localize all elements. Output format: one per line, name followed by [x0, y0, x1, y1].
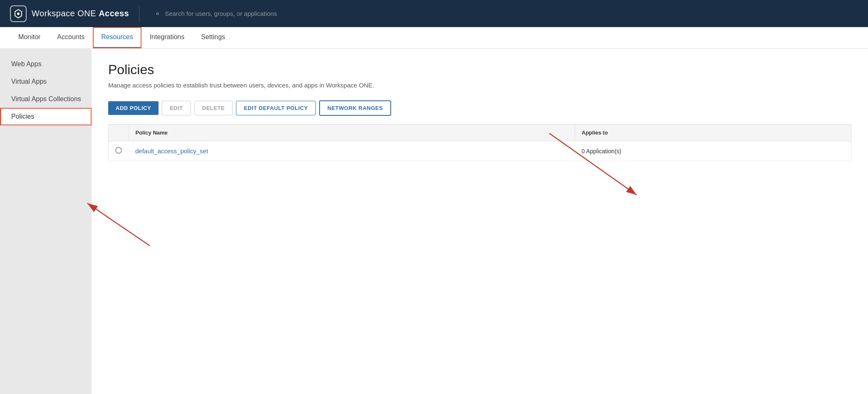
top-header: Workspace ONE Access ⚬ Search for users,…: [0, 0, 868, 27]
svg-point-1: [17, 12, 20, 15]
edit-button: EDIT: [162, 101, 191, 115]
nav-item-accounts[interactable]: Accounts: [49, 27, 93, 48]
nav-item-integrations[interactable]: Integrations: [141, 27, 193, 48]
edit-default-policy-button[interactable]: EDIT DEFAULT POLICY: [236, 101, 316, 115]
table-row: default_access_policy_set 0 Application(…: [109, 141, 851, 161]
content-area: Policies Manage access policies to estab…: [92, 49, 868, 394]
main-layout: Web Apps Virtual Apps Virtual Apps Colle…: [0, 49, 868, 394]
toolbar: ADD POLICY EDIT DELETE EDIT DEFAULT POLI…: [108, 100, 851, 116]
brand-icon: [10, 5, 27, 22]
policy-link[interactable]: default_access_policy_set: [135, 147, 208, 155]
page-title: Policies: [108, 62, 851, 77]
table-header-checkbox: [109, 125, 129, 141]
table-header-applies-to: Applies to: [575, 125, 851, 141]
nav-item-monitor[interactable]: Monitor: [10, 27, 49, 48]
radio-button[interactable]: [115, 147, 122, 154]
table-header-policy-name: Policy Name: [129, 125, 575, 141]
search-icon: ⚬: [154, 9, 161, 18]
brand-title: Workspace ONE Access: [32, 9, 129, 18]
page-description: Manage access policies to establish trus…: [108, 82, 851, 89]
table-cell-applies-to: 0 Application(s): [575, 141, 851, 161]
search-area[interactable]: ⚬ Search for users, groups, or applicati…: [148, 9, 277, 18]
nav-bar: Monitor Accounts Resources Integrations …: [0, 27, 868, 49]
sidebar-item-web-apps[interactable]: Web Apps: [0, 55, 92, 73]
delete-button: DELETE: [194, 101, 233, 115]
sidebar: Web Apps Virtual Apps Virtual Apps Colle…: [0, 49, 92, 394]
add-policy-button[interactable]: ADD POLICY: [108, 101, 159, 115]
network-ranges-button[interactable]: NETWORK RANGES: [319, 100, 391, 116]
sidebar-item-policies[interactable]: Policies: [0, 108, 92, 125]
policy-table: Policy Name Applies to default_access_po…: [108, 124, 851, 161]
nav-item-resources[interactable]: Resources: [93, 27, 141, 48]
nav-item-settings[interactable]: Settings: [193, 27, 233, 48]
search-placeholder: Search for users, groups, or application…: [165, 10, 277, 17]
brand-area: Workspace ONE Access: [10, 5, 139, 22]
table-cell-policy-name: default_access_policy_set: [129, 141, 575, 161]
table-cell-radio[interactable]: [109, 141, 129, 161]
sidebar-item-virtual-apps[interactable]: Virtual Apps: [0, 73, 92, 90]
sidebar-item-virtual-apps-collections[interactable]: Virtual Apps Collections: [0, 90, 92, 108]
